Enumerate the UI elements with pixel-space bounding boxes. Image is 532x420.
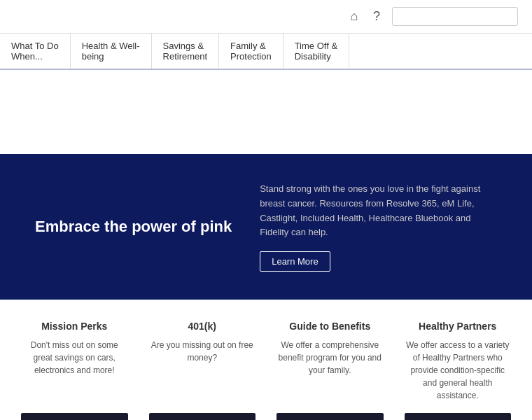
nav-item-what-to-do[interactable]: What To Do When... (0, 34, 71, 69)
card-guide-benefits-button[interactable]: Learn More (276, 413, 384, 420)
card-guide-benefits-desc: We offer a comprehensive benefit program… (276, 339, 384, 402)
nav-item-empty (349, 34, 532, 69)
card-mission-perks-title: Mission Perks (41, 321, 107, 332)
main-nav: What To Do When... Health & Well- being … (0, 33, 532, 70)
card-401k: 401(k) Are you missing out on free money… (142, 321, 263, 420)
card-healthy-partners-desc: We offer access to a variety of Healthy … (405, 339, 512, 402)
nav-item-savings[interactable]: Savings & Retirement (152, 34, 220, 69)
hero-title: Embrace the power of pink (35, 216, 232, 238)
card-401k-title: 401(k) (188, 321, 216, 332)
card-healthy-partners-title: Healthy Partners (419, 321, 496, 332)
nav-item-family[interactable]: Family & Protection (219, 34, 284, 69)
nav-item-timeoff[interactable]: Time Off & Disability (284, 34, 349, 69)
hero-content: Stand strong with the ones you love in t… (260, 182, 497, 272)
nav-item-health[interactable]: Health & Well- being (71, 34, 152, 69)
search-input[interactable] (392, 7, 518, 26)
hero-description: Stand strong with the ones you love in t… (260, 182, 497, 240)
home-icon[interactable]: ⌂ (346, 8, 363, 25)
card-healthy-partners: Healthy Partners We offer access to a va… (398, 321, 519, 420)
cards-section: Mission Perks Don't miss out on some gre… (0, 300, 532, 420)
header: ⌂ ? (0, 0, 532, 33)
header-icons: ⌂ ? (346, 8, 385, 25)
card-mission-perks-button[interactable]: Learn More (21, 413, 128, 420)
card-healthy-partners-button[interactable]: Learn More (405, 413, 512, 420)
card-mission-perks-desc: Don't miss out on some great savings on … (21, 339, 128, 402)
hero-banner: Embrace the power of pink Stand strong w… (0, 154, 532, 300)
card-401k-desc: Are you missing out on free money? (149, 339, 256, 402)
card-guide-benefits: Guide to Benefits We offer a comprehensi… (270, 321, 391, 420)
help-icon[interactable]: ? (368, 8, 385, 25)
card-guide-benefits-title: Guide to Benefits (289, 321, 370, 332)
card-401k-button[interactable]: Learn More (149, 413, 256, 420)
hero-learn-more-button[interactable]: Learn More (260, 251, 330, 272)
card-mission-perks: Mission Perks Don't miss out on some gre… (14, 321, 135, 420)
